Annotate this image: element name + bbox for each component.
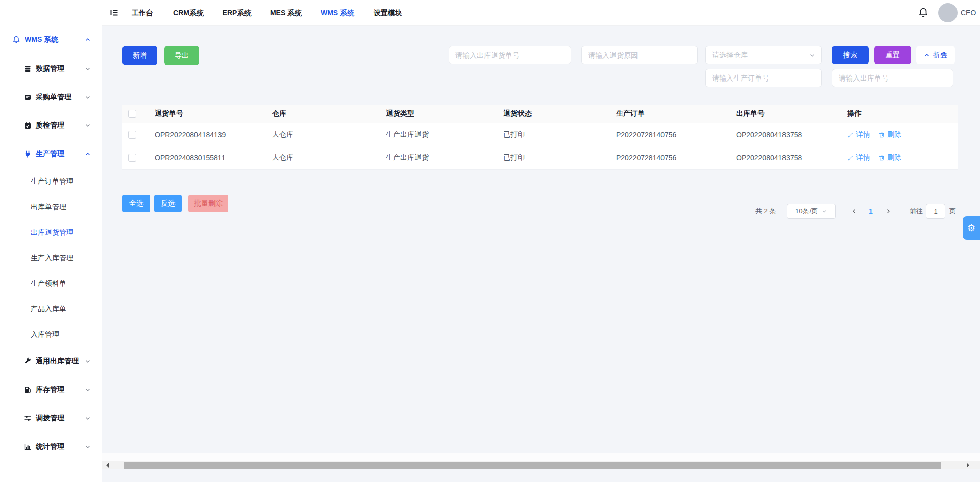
sidebar-item-statistics-mgmt[interactable]: 统计管理 — [0, 437, 102, 457]
chevron-down-icon — [85, 444, 91, 450]
delete-link-label: 删除 — [887, 153, 901, 162]
select-all-button[interactable]: 全选 — [122, 195, 150, 212]
cell-production-order: P20220728140756 — [616, 123, 676, 146]
invert-selection-button[interactable]: 反选 — [154, 195, 182, 212]
page-size-select[interactable]: 10条/页 — [787, 204, 836, 219]
sidebar-item-label: 生产管理 — [36, 149, 64, 159]
settings-fab[interactable]: ⚙ — [963, 216, 980, 240]
prev-page-button[interactable] — [847, 204, 862, 219]
row-checkbox[interactable] — [128, 154, 136, 162]
chevron-down-icon — [85, 358, 91, 364]
cell-outbound-no: OP20220804183758 — [736, 123, 802, 146]
page-unit-label: 页 — [949, 204, 956, 219]
sidebar-subitem-outbound-order[interactable]: 出库单管理 — [0, 197, 102, 217]
cell-actions: 详情 删除 — [847, 146, 901, 169]
cell-return-type: 生产出库退货 — [386, 146, 429, 169]
app-root: WMS 系统 数据管理 采购单管理 质检管理 — [0, 0, 980, 482]
sidebar-root-label: WMS 系统 — [24, 35, 58, 44]
sidebar-subitem-label: 出库退货管理 — [31, 228, 74, 237]
warehouse-select[interactable]: 请选择仓库 — [705, 46, 822, 64]
export-button[interactable]: 导出 — [164, 46, 199, 65]
cell-return-status: 已打印 — [503, 123, 525, 146]
sidebar-subitem-outbound-return[interactable]: 出库退货管理 — [0, 222, 102, 243]
scrollbar-thumb[interactable] — [124, 462, 941, 469]
sidebar-subitem-label: 生产订单管理 — [31, 177, 74, 186]
delete-link[interactable]: 删除 — [878, 153, 901, 162]
sidebar-item-transfer-mgmt[interactable]: 调拨管理 — [0, 408, 102, 428]
batch-delete-button[interactable]: 批量删除 — [188, 195, 228, 212]
tab-erp[interactable]: ERP系统 — [223, 0, 252, 26]
cell-return-type: 生产出库退货 — [386, 123, 429, 146]
fold-button[interactable]: 折叠 — [916, 46, 955, 64]
col-warehouse: 仓库 — [272, 105, 286, 123]
production-order-input[interactable] — [705, 69, 822, 87]
sidebar-item-label: 调拨管理 — [36, 414, 64, 423]
tab-settings[interactable]: 设置模块 — [374, 0, 402, 26]
sidebar-item-data-mgmt[interactable]: 数据管理 — [0, 59, 102, 79]
fold-button-label: 折叠 — [933, 50, 947, 60]
add-button[interactable]: 新增 — [122, 46, 157, 65]
hamburger-fold-icon[interactable] — [108, 7, 120, 19]
outbound-no-input[interactable] — [832, 69, 953, 87]
chevron-down-icon — [85, 415, 91, 421]
edit-pencil-icon — [847, 155, 854, 161]
reset-button[interactable]: 重置 — [874, 46, 911, 64]
topbar: 工作台 CRM系统 ERP系统 MES 系统 WMS 系统 设置模块 CEO — [102, 0, 980, 26]
col-return-status: 退货状态 — [503, 105, 532, 123]
notification-bell-icon[interactable] — [918, 7, 929, 18]
sidebar-item-purchase-mgmt[interactable]: 采购单管理 — [0, 87, 102, 108]
col-production-order: 生产订单 — [616, 105, 645, 123]
goto-page-input[interactable] — [926, 204, 945, 219]
sidebar-item-general-outbound[interactable]: 通用出库管理 — [0, 351, 102, 371]
horizontal-scrollbar[interactable] — [102, 461, 980, 469]
tab-wms[interactable]: WMS 系统 — [321, 0, 354, 26]
return-no-input[interactable] — [449, 46, 571, 64]
sidebar-item-production-mgmt[interactable]: 生产管理 — [0, 144, 102, 164]
chevron-down-icon — [85, 94, 91, 100]
table-row: OPR20240830155811 大仓库 生产出库退货 已打印 P202207… — [122, 146, 958, 169]
sidebar-item-label: 数据管理 — [36, 64, 64, 73]
trash-icon — [878, 155, 885, 161]
detail-link[interactable]: 详情 — [847, 130, 870, 139]
calendar-check-icon — [23, 121, 32, 130]
delete-link[interactable]: 删除 — [878, 130, 901, 139]
sidebar-item-label: 库存管理 — [36, 385, 64, 394]
cell-return-no: OPR20240830155811 — [155, 146, 225, 169]
cell-warehouse: 大仓库 — [272, 146, 293, 169]
scroll-left-arrow-icon[interactable] — [106, 463, 109, 468]
sidebar-item-inventory-mgmt[interactable]: 库存管理 — [0, 379, 102, 400]
col-return-no: 退货单号 — [155, 105, 183, 123]
return-reason-input[interactable] — [581, 46, 698, 64]
detail-link[interactable]: 详情 — [847, 153, 870, 162]
next-page-button[interactable] — [881, 204, 895, 219]
sidebar-subitem-production-order[interactable]: 生产订单管理 — [0, 171, 102, 192]
table-row: OPR20220804184139 大仓库 生产出库退货 已打印 P202207… — [122, 123, 958, 146]
page-size-value: 10条/页 — [795, 207, 818, 216]
tab-crm[interactable]: CRM系统 — [173, 0, 204, 26]
sidebar-subitem-inbound-mgmt[interactable]: 入库管理 — [0, 324, 102, 345]
detail-link-label: 详情 — [856, 153, 870, 162]
select-all-checkbox[interactable] — [128, 110, 136, 118]
search-button[interactable]: 搜索 — [832, 46, 869, 64]
page-number[interactable]: 1 — [864, 204, 878, 219]
sidebar-item-label: 采购单管理 — [36, 93, 71, 102]
sidebar-subitem-product-inbound[interactable]: 产品入库单 — [0, 299, 102, 319]
tab-workbench[interactable]: 工作台 — [132, 0, 153, 26]
sidebar-subitem-label: 生产领料单 — [31, 279, 66, 288]
sidebar-item-quality-mgmt[interactable]: 质检管理 — [0, 115, 102, 136]
table-header-row: 退货单号 仓库 退货类型 退货状态 生产订单 出库单号 操作 — [122, 105, 958, 123]
chevron-down-icon — [809, 52, 815, 58]
sidebar-subitem-production-picking[interactable]: 生产领料单 — [0, 273, 102, 294]
row-checkbox[interactable] — [128, 131, 136, 139]
avatar[interactable] — [938, 3, 958, 22]
warehouse-select-placeholder: 请选择仓库 — [712, 50, 748, 60]
delete-link-label: 删除 — [887, 130, 901, 139]
chevron-down-icon — [85, 122, 91, 129]
content-bottom-strip — [102, 453, 980, 461]
cell-return-status: 已打印 — [503, 146, 525, 169]
tab-mes[interactable]: MES 系统 — [270, 0, 302, 26]
sidebar-root-wms[interactable]: WMS 系统 — [0, 30, 102, 50]
scroll-right-arrow-icon[interactable] — [967, 463, 969, 468]
sidebar-subitem-production-inbound[interactable]: 生产入库管理 — [0, 248, 102, 268]
database-icon — [23, 65, 32, 73]
